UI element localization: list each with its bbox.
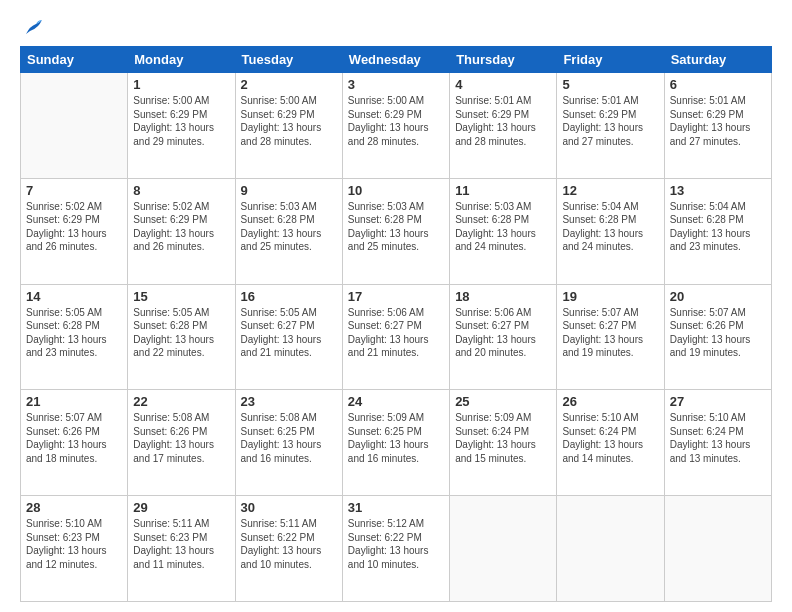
day-number: 21 bbox=[26, 394, 122, 409]
day-number: 5 bbox=[562, 77, 658, 92]
logo-bird-icon bbox=[22, 16, 44, 38]
calendar-cell: 26Sunrise: 5:10 AM Sunset: 6:24 PM Dayli… bbox=[557, 390, 664, 496]
cell-info: Sunrise: 5:08 AM Sunset: 6:26 PM Dayligh… bbox=[133, 411, 229, 465]
cell-info: Sunrise: 5:00 AM Sunset: 6:29 PM Dayligh… bbox=[348, 94, 444, 148]
calendar-week-row: 28Sunrise: 5:10 AM Sunset: 6:23 PM Dayli… bbox=[21, 496, 772, 602]
calendar-week-row: 7Sunrise: 5:02 AM Sunset: 6:29 PM Daylig… bbox=[21, 178, 772, 284]
cell-info: Sunrise: 5:04 AM Sunset: 6:28 PM Dayligh… bbox=[562, 200, 658, 254]
calendar-cell bbox=[664, 496, 771, 602]
day-number: 25 bbox=[455, 394, 551, 409]
calendar-cell: 4Sunrise: 5:01 AM Sunset: 6:29 PM Daylig… bbox=[450, 73, 557, 179]
calendar-cell: 15Sunrise: 5:05 AM Sunset: 6:28 PM Dayli… bbox=[128, 284, 235, 390]
cell-info: Sunrise: 5:00 AM Sunset: 6:29 PM Dayligh… bbox=[133, 94, 229, 148]
calendar-cell: 24Sunrise: 5:09 AM Sunset: 6:25 PM Dayli… bbox=[342, 390, 449, 496]
day-number: 1 bbox=[133, 77, 229, 92]
cell-info: Sunrise: 5:03 AM Sunset: 6:28 PM Dayligh… bbox=[348, 200, 444, 254]
day-number: 8 bbox=[133, 183, 229, 198]
calendar-cell: 17Sunrise: 5:06 AM Sunset: 6:27 PM Dayli… bbox=[342, 284, 449, 390]
cell-info: Sunrise: 5:01 AM Sunset: 6:29 PM Dayligh… bbox=[562, 94, 658, 148]
day-number: 19 bbox=[562, 289, 658, 304]
cell-info: Sunrise: 5:03 AM Sunset: 6:28 PM Dayligh… bbox=[455, 200, 551, 254]
day-number: 13 bbox=[670, 183, 766, 198]
day-number: 15 bbox=[133, 289, 229, 304]
calendar-cell: 20Sunrise: 5:07 AM Sunset: 6:26 PM Dayli… bbox=[664, 284, 771, 390]
calendar-cell: 2Sunrise: 5:00 AM Sunset: 6:29 PM Daylig… bbox=[235, 73, 342, 179]
day-number: 20 bbox=[670, 289, 766, 304]
calendar-cell: 14Sunrise: 5:05 AM Sunset: 6:28 PM Dayli… bbox=[21, 284, 128, 390]
page: SundayMondayTuesdayWednesdayThursdayFrid… bbox=[0, 0, 792, 612]
calendar-cell: 12Sunrise: 5:04 AM Sunset: 6:28 PM Dayli… bbox=[557, 178, 664, 284]
calendar-cell: 22Sunrise: 5:08 AM Sunset: 6:26 PM Dayli… bbox=[128, 390, 235, 496]
cell-info: Sunrise: 5:01 AM Sunset: 6:29 PM Dayligh… bbox=[670, 94, 766, 148]
day-number: 31 bbox=[348, 500, 444, 515]
calendar-cell bbox=[557, 496, 664, 602]
calendar-week-row: 21Sunrise: 5:07 AM Sunset: 6:26 PM Dayli… bbox=[21, 390, 772, 496]
cell-info: Sunrise: 5:06 AM Sunset: 6:27 PM Dayligh… bbox=[455, 306, 551, 360]
cell-info: Sunrise: 5:00 AM Sunset: 6:29 PM Dayligh… bbox=[241, 94, 337, 148]
day-number: 6 bbox=[670, 77, 766, 92]
header bbox=[20, 16, 772, 38]
calendar-header-saturday: Saturday bbox=[664, 47, 771, 73]
cell-info: Sunrise: 5:05 AM Sunset: 6:28 PM Dayligh… bbox=[26, 306, 122, 360]
day-number: 7 bbox=[26, 183, 122, 198]
cell-info: Sunrise: 5:09 AM Sunset: 6:25 PM Dayligh… bbox=[348, 411, 444, 465]
calendar-cell: 28Sunrise: 5:10 AM Sunset: 6:23 PM Dayli… bbox=[21, 496, 128, 602]
calendar-week-row: 1Sunrise: 5:00 AM Sunset: 6:29 PM Daylig… bbox=[21, 73, 772, 179]
day-number: 22 bbox=[133, 394, 229, 409]
calendar-cell: 10Sunrise: 5:03 AM Sunset: 6:28 PM Dayli… bbox=[342, 178, 449, 284]
cell-info: Sunrise: 5:02 AM Sunset: 6:29 PM Dayligh… bbox=[26, 200, 122, 254]
calendar-header-wednesday: Wednesday bbox=[342, 47, 449, 73]
cell-info: Sunrise: 5:10 AM Sunset: 6:24 PM Dayligh… bbox=[562, 411, 658, 465]
cell-info: Sunrise: 5:12 AM Sunset: 6:22 PM Dayligh… bbox=[348, 517, 444, 571]
day-number: 3 bbox=[348, 77, 444, 92]
cell-info: Sunrise: 5:07 AM Sunset: 6:27 PM Dayligh… bbox=[562, 306, 658, 360]
day-number: 10 bbox=[348, 183, 444, 198]
calendar-cell: 31Sunrise: 5:12 AM Sunset: 6:22 PM Dayli… bbox=[342, 496, 449, 602]
cell-info: Sunrise: 5:11 AM Sunset: 6:22 PM Dayligh… bbox=[241, 517, 337, 571]
calendar-cell: 25Sunrise: 5:09 AM Sunset: 6:24 PM Dayli… bbox=[450, 390, 557, 496]
day-number: 12 bbox=[562, 183, 658, 198]
day-number: 30 bbox=[241, 500, 337, 515]
calendar-cell: 30Sunrise: 5:11 AM Sunset: 6:22 PM Dayli… bbox=[235, 496, 342, 602]
cell-info: Sunrise: 5:07 AM Sunset: 6:26 PM Dayligh… bbox=[26, 411, 122, 465]
day-number: 4 bbox=[455, 77, 551, 92]
cell-info: Sunrise: 5:06 AM Sunset: 6:27 PM Dayligh… bbox=[348, 306, 444, 360]
day-number: 24 bbox=[348, 394, 444, 409]
calendar-header-row: SundayMondayTuesdayWednesdayThursdayFrid… bbox=[21, 47, 772, 73]
cell-info: Sunrise: 5:08 AM Sunset: 6:25 PM Dayligh… bbox=[241, 411, 337, 465]
day-number: 2 bbox=[241, 77, 337, 92]
calendar-header-sunday: Sunday bbox=[21, 47, 128, 73]
calendar-cell: 13Sunrise: 5:04 AM Sunset: 6:28 PM Dayli… bbox=[664, 178, 771, 284]
calendar-cell: 23Sunrise: 5:08 AM Sunset: 6:25 PM Dayli… bbox=[235, 390, 342, 496]
day-number: 27 bbox=[670, 394, 766, 409]
day-number: 11 bbox=[455, 183, 551, 198]
day-number: 29 bbox=[133, 500, 229, 515]
calendar-header-friday: Friday bbox=[557, 47, 664, 73]
day-number: 18 bbox=[455, 289, 551, 304]
calendar-header-thursday: Thursday bbox=[450, 47, 557, 73]
cell-info: Sunrise: 5:11 AM Sunset: 6:23 PM Dayligh… bbox=[133, 517, 229, 571]
calendar-cell: 7Sunrise: 5:02 AM Sunset: 6:29 PM Daylig… bbox=[21, 178, 128, 284]
cell-info: Sunrise: 5:09 AM Sunset: 6:24 PM Dayligh… bbox=[455, 411, 551, 465]
cell-info: Sunrise: 5:10 AM Sunset: 6:23 PM Dayligh… bbox=[26, 517, 122, 571]
cell-info: Sunrise: 5:05 AM Sunset: 6:28 PM Dayligh… bbox=[133, 306, 229, 360]
calendar-cell: 11Sunrise: 5:03 AM Sunset: 6:28 PM Dayli… bbox=[450, 178, 557, 284]
calendar-cell bbox=[21, 73, 128, 179]
calendar-cell: 1Sunrise: 5:00 AM Sunset: 6:29 PM Daylig… bbox=[128, 73, 235, 179]
cell-info: Sunrise: 5:05 AM Sunset: 6:27 PM Dayligh… bbox=[241, 306, 337, 360]
calendar-cell bbox=[450, 496, 557, 602]
day-number: 26 bbox=[562, 394, 658, 409]
cell-info: Sunrise: 5:01 AM Sunset: 6:29 PM Dayligh… bbox=[455, 94, 551, 148]
calendar-cell: 9Sunrise: 5:03 AM Sunset: 6:28 PM Daylig… bbox=[235, 178, 342, 284]
calendar-cell: 21Sunrise: 5:07 AM Sunset: 6:26 PM Dayli… bbox=[21, 390, 128, 496]
calendar-cell: 16Sunrise: 5:05 AM Sunset: 6:27 PM Dayli… bbox=[235, 284, 342, 390]
calendar-header-tuesday: Tuesday bbox=[235, 47, 342, 73]
calendar-cell: 27Sunrise: 5:10 AM Sunset: 6:24 PM Dayli… bbox=[664, 390, 771, 496]
day-number: 16 bbox=[241, 289, 337, 304]
cell-info: Sunrise: 5:10 AM Sunset: 6:24 PM Dayligh… bbox=[670, 411, 766, 465]
day-number: 28 bbox=[26, 500, 122, 515]
calendar-cell: 19Sunrise: 5:07 AM Sunset: 6:27 PM Dayli… bbox=[557, 284, 664, 390]
day-number: 17 bbox=[348, 289, 444, 304]
day-number: 14 bbox=[26, 289, 122, 304]
calendar-week-row: 14Sunrise: 5:05 AM Sunset: 6:28 PM Dayli… bbox=[21, 284, 772, 390]
